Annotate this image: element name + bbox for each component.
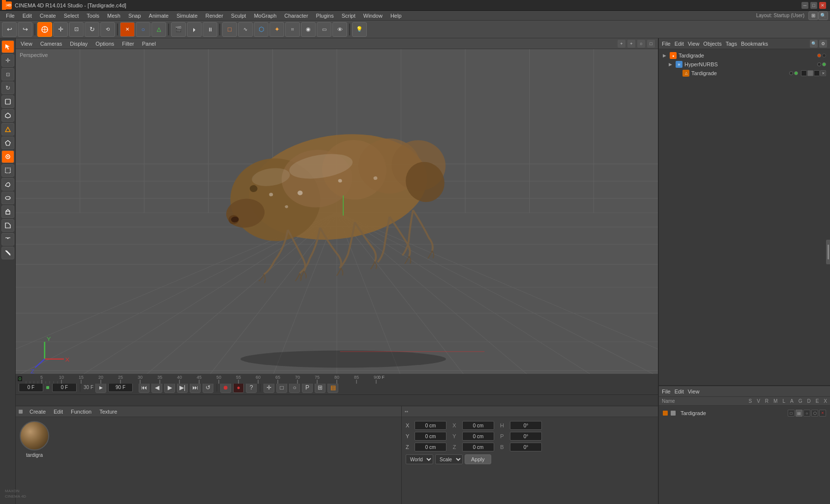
mat-menu-edit[interactable]: Edit bbox=[52, 408, 65, 416]
viewport-menu-cameras[interactable]: Cameras bbox=[38, 40, 64, 48]
undo-button[interactable]: ↩ bbox=[2, 22, 17, 37]
record-button[interactable]: 🎬 bbox=[171, 22, 186, 37]
rp-menu-objects[interactable]: Objects bbox=[703, 41, 721, 47]
apply-button[interactable]: Apply bbox=[465, 454, 491, 464]
keyframe-button[interactable]: ⏸ bbox=[203, 22, 217, 37]
viewport-icon-1[interactable]: + bbox=[618, 40, 625, 48]
close-button[interactable]: ✕ bbox=[819, 2, 826, 9]
right-edge-tab[interactable] bbox=[826, 240, 830, 264]
menu-edit[interactable]: Edit bbox=[19, 12, 36, 20]
menu-character[interactable]: Character bbox=[280, 12, 312, 20]
menu-tools[interactable]: Tools bbox=[83, 12, 103, 20]
coord-h-input[interactable] bbox=[510, 421, 542, 430]
viewport-menu-options[interactable]: Options bbox=[93, 40, 116, 48]
menu-mesh[interactable]: Mesh bbox=[103, 12, 124, 20]
sky-button[interactable]: 👁 bbox=[332, 22, 347, 37]
scale-tool-button[interactable]: ⊡ bbox=[69, 22, 84, 37]
model-mode-button[interactable] bbox=[37, 22, 52, 37]
coord-p-input[interactable] bbox=[510, 432, 542, 441]
extrude-tool[interactable] bbox=[1, 205, 14, 218]
menu-window[interactable]: Window bbox=[359, 12, 386, 20]
rp-menu-view[interactable]: View bbox=[688, 41, 700, 47]
menu-help[interactable]: Help bbox=[386, 12, 406, 20]
scale-tool[interactable]: ⊡ bbox=[1, 68, 14, 81]
menu-simulate[interactable]: Simulate bbox=[173, 12, 202, 20]
move-tool[interactable]: ✛ bbox=[1, 54, 14, 67]
bevel-tool[interactable] bbox=[1, 219, 14, 232]
spline-button[interactable]: ∿ bbox=[238, 22, 253, 37]
viewport-icon-2[interactable]: + bbox=[627, 40, 635, 48]
viewport-icon-3[interactable]: ○ bbox=[637, 40, 645, 48]
knife-tool[interactable] bbox=[1, 247, 14, 259]
menu-snap[interactable]: Snap bbox=[124, 12, 145, 20]
rb-menu-edit[interactable]: Edit bbox=[675, 389, 684, 394]
tree-item-tardigrade-root[interactable]: ▶ ● Tardigrade bbox=[661, 51, 828, 60]
coord-y-rot-input[interactable] bbox=[462, 432, 494, 441]
viewport-menu-panel[interactable]: Panel bbox=[140, 40, 158, 48]
scale-select[interactable]: Scale Size bbox=[435, 454, 463, 464]
edge-mode-button[interactable]: △ bbox=[151, 22, 166, 37]
rp-settings-icon[interactable]: ⚙ bbox=[819, 40, 827, 48]
polygon-mode[interactable] bbox=[1, 109, 14, 122]
preview-from-input[interactable] bbox=[52, 383, 77, 392]
rb-menu-file[interactable]: File bbox=[662, 389, 671, 394]
coord-x-rot-input[interactable] bbox=[462, 421, 494, 430]
render-view-button[interactable]: 💡 bbox=[352, 22, 367, 37]
null-object[interactable] bbox=[1, 95, 14, 108]
mat-menu-function[interactable]: Function bbox=[69, 408, 93, 416]
viewport-menu-display[interactable]: Display bbox=[68, 40, 89, 48]
menu-render[interactable]: Render bbox=[202, 12, 227, 20]
transform-tool-button[interactable]: ⟲ bbox=[100, 22, 115, 37]
menu-plugins[interactable]: Plugins bbox=[312, 12, 338, 20]
loop-select[interactable] bbox=[1, 192, 14, 204]
maximize-button[interactable]: □ bbox=[810, 2, 817, 9]
tree-item-tardigrade-child[interactable]: ▶ △ Tardigrade ✕ bbox=[661, 69, 828, 78]
viewport-icon-4[interactable]: □ bbox=[647, 40, 655, 48]
menu-sculpt[interactable]: Sculpt bbox=[227, 12, 250, 20]
move-tool-button[interactable]: ✛ bbox=[53, 22, 68, 37]
live-select[interactable] bbox=[1, 150, 14, 163]
light-button[interactable]: ◉ bbox=[301, 22, 316, 37]
point-mode-button[interactable]: ○ bbox=[136, 22, 150, 37]
menu-select[interactable]: Select bbox=[60, 12, 83, 20]
rp-menu-file[interactable]: File bbox=[662, 41, 671, 47]
tree-item-hypernurbs[interactable]: ▶ H HyperNURBS bbox=[661, 60, 828, 69]
coord-y-pos-input[interactable] bbox=[415, 432, 446, 441]
search-icon[interactable]: 🔍 bbox=[818, 11, 828, 20]
object-mode-button[interactable]: ✕ bbox=[120, 22, 135, 37]
mat-menu-texture[interactable]: Texture bbox=[97, 408, 119, 416]
end-frame-input[interactable] bbox=[108, 383, 133, 392]
cube-button[interactable]: □ bbox=[222, 22, 237, 37]
menu-create[interactable]: Create bbox=[36, 12, 60, 20]
nurbs-button[interactable]: ⬡ bbox=[254, 22, 268, 37]
camera-button[interactable]: ⌗ bbox=[285, 22, 300, 37]
coord-z-pos-input[interactable] bbox=[415, 443, 446, 451]
rp-menu-tags[interactable]: Tags bbox=[726, 41, 737, 47]
rotate-tool[interactable]: ↻ bbox=[1, 82, 14, 94]
material-row-tardigrade[interactable]: Tardigrade □ ▤ ○ ⬡ ✕ bbox=[661, 408, 828, 419]
world-coord-select[interactable]: World Local bbox=[406, 454, 433, 464]
viewport-menu-view[interactable]: View bbox=[19, 40, 34, 48]
menu-animate[interactable]: Animate bbox=[145, 12, 173, 20]
viewport-canvas[interactable]: Y X Z bbox=[16, 49, 658, 376]
minimize-button[interactable]: ─ bbox=[801, 2, 808, 9]
redo-button[interactable]: ↪ bbox=[18, 22, 32, 37]
rp-search-icon[interactable]: 🔍 bbox=[810, 40, 818, 48]
rotate-tool-button[interactable]: ↻ bbox=[85, 22, 99, 37]
material-preview[interactable]: tardigra bbox=[20, 421, 49, 458]
rb-menu-view[interactable]: View bbox=[688, 389, 700, 394]
viewport-menu-filter[interactable]: Filter bbox=[120, 40, 136, 48]
select-tool[interactable] bbox=[1, 40, 14, 53]
rp-menu-edit[interactable]: Edit bbox=[675, 41, 684, 47]
coord-b-input[interactable] bbox=[510, 443, 542, 451]
bridge-tool[interactable] bbox=[1, 233, 14, 246]
menu-script[interactable]: Script bbox=[338, 12, 359, 20]
current-frame-input[interactable] bbox=[19, 383, 43, 392]
coord-x-pos-input[interactable] bbox=[415, 421, 446, 430]
mat-menu-create[interactable]: Create bbox=[28, 408, 48, 416]
floor-button[interactable]: ▭ bbox=[317, 22, 331, 37]
freehand-select[interactable] bbox=[1, 178, 14, 191]
viewport[interactable]: View Cameras Display Options Filter Pane… bbox=[16, 38, 658, 376]
point-mode[interactable] bbox=[1, 137, 14, 149]
menu-file[interactable]: File bbox=[2, 12, 19, 20]
